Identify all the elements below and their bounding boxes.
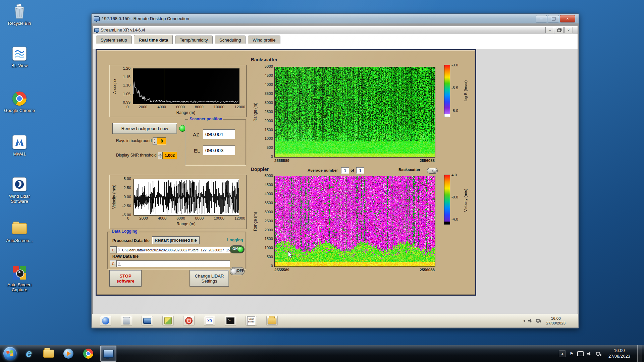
remote-taskbar-clock[interactable]: 16:00 27/08/2023 — [546, 316, 566, 326]
rdp-taskbar-button[interactable] — [100, 346, 116, 362]
velocity-x-ticks: 0 2000 4000 6000 8000 10000 12000 — [127, 216, 245, 220]
desktop-icon-label: BL-View — [11, 63, 28, 68]
file-page-icon — [118, 262, 121, 266]
backscatter-colorbar-tip — [444, 114, 450, 117]
desktop-icon-autoscreen[interactable]: AutoScreen... — [2, 220, 37, 243]
remote-taskbar-map-icon[interactable] — [162, 316, 174, 326]
backscatter-colorbar-label: log B (/m/sr) — [464, 70, 468, 111]
app-close-button[interactable]: × — [564, 27, 573, 33]
change-lidar-settings-button[interactable]: Change LiDAR Settings — [190, 270, 229, 287]
app-titlebar[interactable]: StreamLine XR v14-6.vi – × — [93, 26, 578, 34]
y-tick: 500 — [258, 255, 273, 259]
backscatter-title: Backscatter — [251, 57, 277, 62]
y-tick: 500 — [258, 145, 273, 149]
app-window-icon — [94, 28, 99, 32]
backscatter-display-toggle[interactable] — [427, 168, 438, 174]
chrome-taskbar-icon[interactable] — [80, 346, 96, 361]
start-button[interactable] — [3, 347, 17, 360]
y-tick: 0 — [258, 155, 273, 159]
renew-background-button[interactable]: Renew background now — [112, 123, 177, 134]
remote-taskbar-power-icon[interactable] — [183, 316, 195, 326]
average-number-value[interactable]: 1 — [341, 167, 349, 174]
remote-taskbar-console-icon[interactable]: >_ — [225, 316, 236, 326]
desktop-icon-auto-screen-capture[interactable]: Auto Screen Capture — [2, 264, 37, 293]
rays-value[interactable]: 8 — [157, 137, 166, 145]
app-window-title: StreamLine XR v14-6.vi — [101, 28, 145, 33]
x-tick: 8000 — [195, 105, 204, 109]
processed-logging-switch[interactable]: ON — [230, 245, 245, 253]
rdp-window: 192.168.0.150 - Remote Desktop Connectio… — [91, 13, 579, 328]
backscatter-toggle-label: Backscatter — [398, 168, 420, 172]
snr-value[interactable]: 1.002 — [162, 152, 177, 159]
remote-taskbar-folder-icon[interactable] — [266, 316, 278, 326]
remote-volume-icon[interactable] — [528, 319, 533, 323]
ascope-graph-group: A-scope 1.20 1.15 1.10 1.05 0.99 0 2000 … — [109, 65, 247, 117]
remote-network-icon[interactable] — [536, 319, 541, 323]
tab-wind-profile[interactable]: Wind profile — [248, 36, 280, 44]
stop-software-button[interactable]: STOP software — [109, 270, 142, 287]
tab-real-time-data[interactable]: Real time data — [134, 35, 173, 44]
desktop-icon-label: MW41 — [13, 152, 26, 157]
app-restore-button[interactable] — [555, 27, 564, 33]
tab-system-setup[interactable]: System setup — [96, 36, 132, 44]
processed-drive-button[interactable]: C — [110, 246, 117, 253]
x-tick: 12000 — [234, 105, 245, 109]
y-tick: 3500 — [258, 92, 273, 96]
velocity-plot — [133, 179, 239, 216]
explorer-taskbar-icon[interactable] — [41, 346, 56, 361]
ie-taskbar-icon[interactable]: e — [21, 346, 37, 361]
remote-taskbar-xr-icon[interactable]: XR — [204, 316, 215, 326]
az-value[interactable]: 090.001 — [203, 129, 235, 139]
show-desktop-button[interactable] — [637, 345, 642, 362]
tab-strip: System setup Real time data Temp/humidit… — [93, 34, 578, 44]
display-tray-icon[interactable] — [577, 351, 584, 356]
rdp-close-button[interactable]: × — [560, 15, 575, 22]
tab-scheduling[interactable]: Scheduling — [215, 36, 246, 44]
restart-processed-file-button[interactable]: Restart processed file — [152, 236, 200, 244]
backscatter-colorbar — [444, 65, 450, 117]
remote-taskbar-scan-sched-icon[interactable]: Scansched — [246, 316, 257, 326]
remote-taskbar-app-icon[interactable] — [121, 316, 132, 326]
raw-drive-button[interactable]: C — [110, 260, 117, 267]
tab-temp-humidity[interactable]: Temp/humidity — [175, 36, 213, 44]
rdp-titlebar[interactable]: 192.168.0.150 - Remote Desktop Connectio… — [92, 14, 579, 24]
doppler-x-start: 2555589 — [274, 268, 289, 272]
desktop-icon-mw41[interactable]: MW41 — [2, 133, 37, 157]
app-minimize-button[interactable]: – — [545, 27, 554, 33]
tray-expand-arrow[interactable]: ▲ — [559, 350, 566, 357]
data-logging-title: Data Logging — [110, 229, 139, 234]
remote-taskbar-ie-icon[interactable] — [100, 316, 111, 326]
network-tray-icon[interactable] — [596, 352, 601, 356]
remote-taskbar-display-icon[interactable] — [142, 316, 153, 326]
y-tick: 4000 — [258, 192, 273, 196]
average-of-value[interactable]: 1 — [356, 167, 364, 174]
desktop-icon-google-chrome[interactable]: Google Chrome — [2, 90, 37, 113]
tab-content-area: A-scope 1.20 1.15 1.10 1.05 0.99 0 2000 … — [93, 44, 578, 314]
action-center-flag-icon[interactable]: ⚑ — [570, 351, 574, 356]
velocity-y-axis-label: Velocity (m/s) — [112, 180, 116, 214]
change-lidar-settings-label: Change LiDAR Settings — [193, 274, 225, 284]
raw-path-field[interactable] — [117, 260, 230, 267]
rdp-maximize-button[interactable] — [548, 15, 559, 22]
desktop-icon-wind-lidar-software[interactable]: Wind Lidar Software — [2, 176, 37, 204]
processed-path-field[interactable]: C:\Lidar\Data\Proc\2023\202308\20230827\… — [117, 247, 230, 253]
file-page-icon — [118, 248, 121, 252]
el-label: EL — [194, 148, 200, 154]
el-value[interactable]: 090.003 — [203, 145, 235, 155]
x-tick: 8000 — [195, 216, 204, 220]
desktop-icon-recycle-bin[interactable]: Recycle Bin — [2, 3, 37, 26]
doppler-colorbar-tip — [444, 222, 450, 224]
raw-logging-switch[interactable]: OFF — [230, 267, 245, 275]
taskbar-clock[interactable]: 16:00 27/08/2023 — [608, 348, 630, 359]
rdp-minimize-button[interactable]: – — [536, 15, 547, 22]
snr-spinner[interactable]: ▲▼ — [158, 152, 162, 159]
desktop-icon-bl-view[interactable]: BL-View — [2, 45, 37, 68]
y-tick: -5.00 — [117, 213, 131, 217]
remote-tray-collapse-icon[interactable]: ◄ — [523, 319, 526, 322]
volume-tray-icon[interactable] — [587, 352, 592, 356]
off-label: OFF — [237, 268, 244, 273]
realtime-panel: A-scope 1.20 1.15 1.10 1.05 0.99 0 2000 … — [96, 49, 476, 296]
media-player-taskbar-icon[interactable] — [61, 346, 76, 361]
y-tick: 2500 — [258, 219, 273, 223]
rays-spinner[interactable]: ▲▼ — [153, 137, 157, 145]
